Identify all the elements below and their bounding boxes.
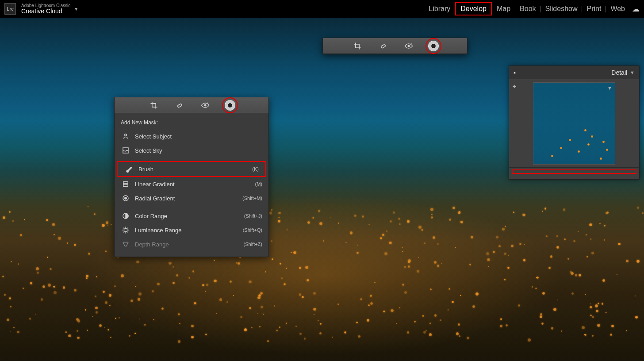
mask-depth-range: Depth Range(Shift+Z) — [115, 237, 268, 251]
noise-reduction-highlight — [512, 169, 636, 174]
mask-label: Depth Range — [135, 241, 169, 248]
module-library[interactable]: Library — [424, 3, 455, 15]
mask-label: Radial Gradient — [135, 195, 175, 202]
module-develop[interactable]: Develop — [455, 2, 492, 15]
linear-icon — [121, 180, 130, 188]
dropdown-caret-icon[interactable]: ▼ — [74, 7, 78, 12]
mask-brush[interactable]: Brush(K) — [118, 162, 265, 176]
mask-label: Luminance Range — [135, 227, 182, 234]
mask-label: Linear Gradient — [135, 181, 175, 188]
app-title[interactable]: Adobe Lightroom Classic Creative Cloud — [21, 3, 70, 15]
top-bar: Lrc Adobe Lightroom Classic Creative Clo… — [0, 0, 644, 18]
depth-icon — [121, 240, 130, 248]
crop-tool-icon[interactable] — [351, 40, 364, 52]
preview-caret-icon: ▼ — [607, 85, 612, 91]
detail-panel-header[interactable]: ▪ Detail ▼ — [509, 66, 639, 79]
person-icon — [121, 132, 130, 140]
panel-collapse-icon[interactable]: ▼ — [630, 70, 635, 75]
mask-label: Color Range — [135, 213, 167, 219]
eye-tool-icon[interactable] — [402, 40, 415, 52]
shortcut-label: (K) — [252, 166, 259, 172]
module-picker: LibraryDevelopMapBookSlideshowPrintWeb — [424, 2, 629, 15]
detail-preview[interactable]: ▼ — [533, 82, 615, 165]
mask-select-sky[interactable]: Select Sky — [115, 143, 268, 157]
detail-panel: ▪ Detail ▼ ⌖ ▼ — [509, 65, 640, 180]
mask-radial-gradient[interactable]: Radial Gradient(Shift+M) — [115, 191, 268, 205]
highlight-brush: Brush(K) — [117, 161, 266, 177]
shortcut-label: (Shift+Z) — [244, 242, 262, 247]
color-icon — [121, 212, 130, 220]
target-picker-icon[interactable]: ⌖ — [513, 83, 516, 90]
shortcut-label: (M) — [255, 181, 263, 187]
module-print[interactable]: Print — [582, 3, 606, 15]
lrc-logo-icon: Lrc — [4, 3, 16, 15]
masking-tool-icon[interactable] — [225, 100, 235, 111]
svg-point-7 — [408, 45, 409, 46]
luminance-icon — [121, 226, 130, 234]
detail-preview-area: ⌖ ▼ — [509, 79, 639, 168]
crop-tool-icon[interactable] — [148, 99, 160, 111]
sky-icon — [121, 146, 130, 154]
panel-handle-icon: ▪ — [514, 69, 516, 76]
module-book[interactable]: Book — [515, 3, 540, 15]
mask-color-range[interactable]: Color Range(Shift+J) — [115, 209, 268, 223]
mask-label: Select Sky — [135, 147, 162, 154]
mask-luminance-range[interactable]: Luminance Range(Shift+Q) — [115, 223, 268, 237]
heal-tool-icon[interactable] — [377, 40, 389, 52]
mask-panel-right — [322, 38, 468, 54]
detail-panel-title: Detail — [611, 69, 627, 76]
shortcut-label: (Shift+Q) — [243, 227, 262, 233]
mask-label: Select Subject — [135, 133, 172, 140]
identity-plate: Creative Cloud — [21, 8, 70, 15]
svg-point-1 — [204, 104, 206, 106]
radial-icon — [121, 194, 130, 202]
eye-tool-icon[interactable] — [199, 99, 211, 111]
mask-select-subject[interactable]: Select Subject — [115, 129, 268, 143]
mask-linear-gradient[interactable]: Linear Gradient(M) — [115, 177, 268, 191]
cloud-sync-icon[interactable]: ☁ — [632, 4, 640, 14]
mask-label: Brush — [138, 166, 153, 173]
add-new-mask-label: Add New Mask: — [115, 118, 268, 129]
svg-point-5 — [124, 228, 127, 232]
module-slideshow[interactable]: Slideshow — [541, 3, 582, 15]
shortcut-label: (Shift+J) — [244, 213, 262, 219]
shortcut-label: (Shift+M) — [242, 196, 262, 201]
module-map[interactable]: Map — [492, 3, 515, 15]
module-web[interactable]: Web — [606, 3, 629, 15]
masking-tool-icon[interactable] — [428, 41, 439, 51]
mask-panel-left: Add New Mask:Select SubjectSelect SkyBru… — [114, 97, 269, 257]
svg-rect-6 — [381, 44, 386, 48]
svg-rect-0 — [177, 104, 182, 108]
heal-tool-icon[interactable] — [173, 99, 186, 111]
brush-icon — [124, 165, 134, 173]
svg-point-3 — [125, 197, 127, 200]
